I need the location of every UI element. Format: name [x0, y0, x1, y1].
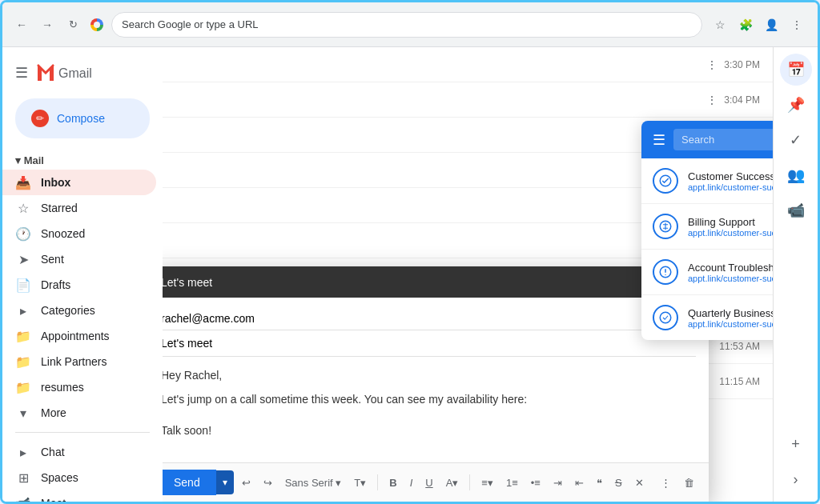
sidebar-item-resumes[interactable]: 📁 resumes: [2, 374, 156, 400]
email-subject: [294, 94, 700, 106]
compose-toolbar: Send ▾ ↩ ↪ Sans Serif ▾ T▾ B I U A▾ ≡▾ 1…: [163, 462, 709, 502]
italic-button[interactable]: I: [405, 474, 418, 492]
sidebar-item-chat[interactable]: ▸ Chat: [2, 439, 156, 465]
right-panel-contacts-icon[interactable]: 👥: [780, 159, 812, 191]
starred-icon: ☆: [15, 201, 31, 216]
text-color-button[interactable]: A▾: [441, 474, 464, 492]
right-panel-calendar-icon[interactable]: 📅: [780, 54, 812, 86]
quote-button[interactable]: ❝: [592, 474, 607, 492]
appt-icon-billing: [653, 214, 678, 239]
star-button[interactable]: ☆: [709, 14, 731, 36]
sidebar-item-snoozed[interactable]: 🕐 Snoozed: [2, 221, 156, 246]
appt-info-quarterly: Quarterly Business Review appt.link/cust…: [688, 307, 773, 329]
font-selector[interactable]: Sans Serif ▾: [280, 474, 347, 492]
sidebar-item-inbox[interactable]: 📥 Inbox: [2, 170, 156, 195]
delete-draft-button[interactable]: 🗑: [679, 474, 699, 492]
sidebar-item-meet[interactable]: 📹 Meet: [2, 490, 156, 502]
url-text: Search Google or type a URL: [122, 18, 259, 30]
send-button[interactable]: Send: [163, 470, 216, 495]
appt-name: Customer Success: [688, 170, 773, 182]
mail-section-arrow: ▾: [15, 154, 21, 166]
compose-message: Let's jump on a call sometime this week.…: [163, 390, 696, 408]
sidebar-item-sent[interactable]: ➤ Sent: [2, 246, 156, 272]
more-button[interactable]: ⋮: [786, 14, 808, 36]
mail-section-label: Mail: [24, 154, 44, 166]
compose-body: Let's meet Hey Rachel, Let's jump on a c…: [163, 298, 709, 462]
appt-name: Billing Support: [688, 216, 773, 228]
email-action-button[interactable]: ⋮: [706, 94, 718, 106]
sidebar-item-appointments[interactable]: 📁 Appointments: [2, 323, 156, 349]
g-logo-inner: [94, 22, 100, 28]
strikethrough-button[interactable]: S: [610, 474, 627, 492]
sidebar-item-drafts[interactable]: 📄 Drafts: [2, 272, 156, 298]
redo-button[interactable]: ↪: [259, 474, 277, 492]
appt-name: Account Troubleshooting: [688, 262, 773, 274]
compose-text-body: Hey Rachel, Let's jump on a call sometim…: [163, 357, 696, 453]
sidebar-item-more[interactable]: ▾ More: [2, 400, 156, 426]
send-dropdown-button[interactable]: ▾: [216, 470, 234, 494]
compose-title: Let's meet: [163, 276, 649, 289]
link-partners-icon: 📁: [15, 354, 31, 370]
unordered-list-button[interactable]: •≡: [526, 474, 545, 492]
appt-search-input[interactable]: [673, 129, 773, 150]
sidebar-item-starred[interactable]: ☆ Starred: [2, 195, 156, 221]
ordered-list-button[interactable]: 1≡: [501, 474, 523, 492]
compose-to-field: [163, 307, 696, 330]
send-button-group: Send ▾: [163, 470, 234, 495]
email-action-button[interactable]: ⋮: [706, 58, 718, 71]
indent-button[interactable]: ⇥: [549, 474, 567, 492]
gmail-wordmark: Gmail: [36, 60, 100, 86]
compose-window: Let's meet – ⤢ ✕ Let's meet Hey Rachel, …: [163, 266, 709, 502]
table-row[interactable]: ⋮ 3:04 PM: [163, 82, 773, 118]
sidebar: ☰ Gmail ✏ Compose ▾ Mail 📥 Inbox: [2, 47, 163, 502]
appt-info-customer-success: Customer Success appt.link/customer-succ…: [688, 170, 773, 192]
appt-menu-icon[interactable]: ☰: [653, 131, 665, 149]
table-row[interactable]: ⋮ 3:30 PM: [163, 47, 773, 82]
spaces-label: Spaces: [41, 471, 78, 484]
outdent-button[interactable]: ⇤: [570, 474, 589, 492]
forward-button[interactable]: →: [38, 15, 57, 34]
inbox-label: Inbox: [41, 176, 70, 189]
sidebar-header: ☰ Gmail: [2, 54, 163, 92]
email-time: 11:53 AM: [719, 341, 760, 352]
appt-link: appt.link/customer-success: [688, 182, 773, 192]
url-bar[interactable]: Search Google or type a URL: [111, 12, 702, 38]
sidebar-item-categories[interactable]: ▸ Categories: [2, 298, 156, 323]
sidebar-item-link-partners[interactable]: 📁 Link Partners: [2, 349, 156, 374]
appt-item-billing-support[interactable]: Billing Support appt.link/customer-succe…: [641, 204, 773, 250]
align-button[interactable]: ≡▾: [476, 474, 498, 492]
profile-button[interactable]: 👤: [760, 14, 782, 36]
chat-icon: ▸: [15, 445, 31, 460]
nav-divider: [15, 432, 150, 433]
email-subject: [294, 58, 700, 70]
more-options-button[interactable]: ⋮: [656, 474, 676, 492]
reload-button[interactable]: ↻: [63, 15, 82, 34]
clear-format-button[interactable]: ✕: [630, 474, 649, 492]
right-panel-keep-icon[interactable]: 📌: [780, 89, 812, 121]
right-panel-expand-icon[interactable]: ›: [780, 463, 812, 495]
right-panel-tasks-icon[interactable]: ✓: [780, 124, 812, 156]
sidebar-item-spaces[interactable]: ⊞ Spaces: [2, 465, 156, 490]
resumes-icon: 📁: [15, 380, 31, 395]
extension-button[interactable]: 🧩: [734, 14, 757, 36]
back-button[interactable]: ←: [12, 15, 31, 34]
compose-to-input[interactable]: [163, 312, 696, 325]
right-panel-add-icon[interactable]: +: [780, 428, 812, 460]
appt-icon-quarterly: [653, 305, 678, 330]
bold-button[interactable]: B: [384, 474, 401, 492]
categories-label: Categories: [41, 304, 95, 317]
starred-label: Starred: [41, 202, 78, 214]
menu-icon[interactable]: ☰: [15, 64, 28, 82]
underline-button[interactable]: U: [420, 474, 437, 492]
compose-button[interactable]: ✏ Compose: [15, 98, 150, 138]
appt-item-account-troubleshooting[interactable]: Account Troubleshooting appt.link/custom…: [641, 250, 773, 295]
appt-info-account: Account Troubleshooting appt.link/custom…: [688, 262, 773, 283]
mail-section-header[interactable]: ▾ Mail: [2, 151, 163, 170]
main-content: ⋮ 3:30 PM ⋮ 3:04 PM ⋮ 12:59 PM: [163, 47, 773, 502]
appt-item-quarterly-review[interactable]: Quarterly Business Review appt.link/cust…: [641, 295, 773, 340]
text-size-button[interactable]: T▾: [349, 474, 371, 492]
right-panel-meet-icon[interactable]: 📹: [780, 194, 812, 226]
appt-item-customer-success[interactable]: Customer Success appt.link/customer-succ…: [641, 158, 773, 204]
undo-button[interactable]: ↩: [237, 474, 255, 492]
email-actions: ⋮: [706, 94, 718, 106]
